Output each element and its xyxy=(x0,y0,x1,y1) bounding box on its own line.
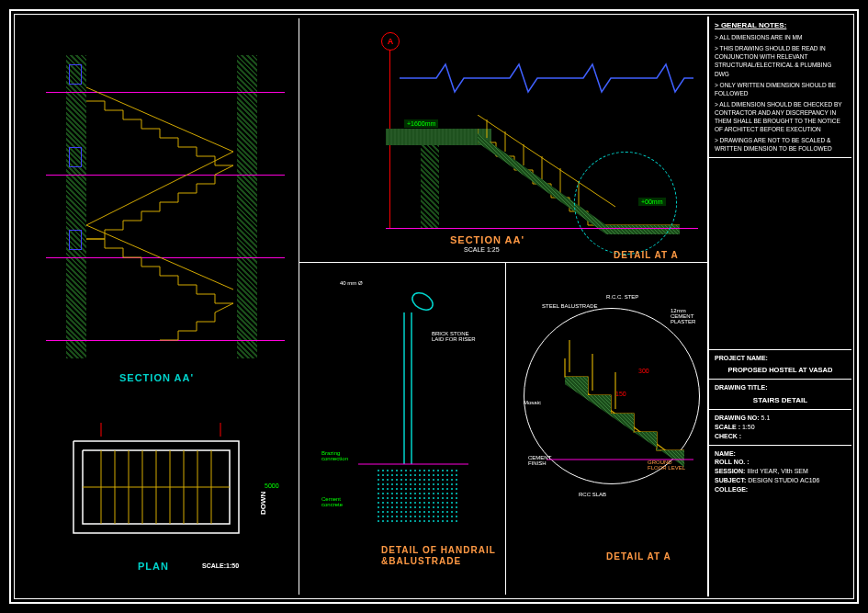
handrail-detail: 40 mm Ø BRICK STONE LAID FOR RISER Brazi… xyxy=(312,276,496,588)
roll-label: ROLL NO. : xyxy=(715,458,846,467)
name-label: NAME: xyxy=(715,449,846,459)
anno-brick: BRICK STONE LAID FOR RISER xyxy=(432,331,478,342)
svg-line-2 xyxy=(86,225,233,289)
section-aa-single: A +1600mm +00mm SECTION AA' SCALE 1:25 D… xyxy=(312,28,698,257)
note-item: > ONLY WRITTEN DIMENSION SHOULD BE FOLLO… xyxy=(715,81,846,97)
detail-a-callout: DETAIL AT A xyxy=(614,250,679,260)
dim-tread: 300 xyxy=(638,368,649,374)
college-label: COLLEGE: xyxy=(715,485,846,494)
note-item: > DRAWINGS ARE NOT TO BE SCALED & WRITTE… xyxy=(715,136,846,153)
tb-project: PROJECT NAME: PROPOSED HOSTEL AT VASAD xyxy=(709,350,851,380)
svg-point-24 xyxy=(410,289,436,313)
notes-header: > GENERAL NOTES: xyxy=(715,20,846,30)
project-name: PROPOSED HOSTEL AT VASAD xyxy=(715,366,846,376)
handrail-caption: DETAIL OF HANDRAIL &BALUSTRADE xyxy=(381,545,496,567)
anno-finish: CEMENT FINISH xyxy=(528,455,565,466)
vertical-divider-2 xyxy=(505,262,506,595)
grid-bubble-a: A xyxy=(381,32,400,51)
tb-student-info: NAME: ROLL NO. : SESSION: IIIrd YEAR, VI… xyxy=(709,446,851,498)
dwg-no-label: DRAWING NO: xyxy=(715,414,760,421)
drawing-sheet: > GENERAL NOTES: > ALL DIMENSIONS ARE IN… xyxy=(0,0,868,613)
general-notes: > GENERAL NOTES: > ALL DIMENSIONS ARE IN… xyxy=(709,17,851,158)
window-icon xyxy=(69,64,82,85)
wall-left xyxy=(66,55,86,358)
note-item: > ALL DIMENSIONS ARE IN MM xyxy=(715,33,846,41)
dwg-no: 5.1 xyxy=(761,414,771,421)
stair-plan: DOWN 5000 PLAN SCALE:1:50 xyxy=(55,423,276,579)
subject-value: DESIGN STUDIO AC106 xyxy=(748,477,819,483)
detail-at-a: STEEL BALUSTRADE R.C.C. STEP 12mm CEMENT… xyxy=(519,276,703,588)
svg-line-0 xyxy=(86,87,233,152)
anno-brazing: Brazing connection xyxy=(321,450,358,461)
support-wall xyxy=(421,145,439,228)
section-aa-caption: SECTION AA' xyxy=(119,372,194,383)
detail-a-caption: DETAIL AT A xyxy=(606,551,671,562)
wall-right xyxy=(237,55,257,358)
subject-label: SUBJECT: xyxy=(715,477,746,483)
anno-mosaic: Mosaic xyxy=(524,400,541,405)
svg-rect-27 xyxy=(377,469,459,524)
drawing-area: SECTION AA' DOWN 5000 PLAN SCALE:1:50 A … xyxy=(18,18,707,595)
tb-spacer xyxy=(709,158,851,350)
session-label: SESSION: xyxy=(715,468,745,474)
note-item: > ALL DIMENSION SHOULD BE CHECKED BY CON… xyxy=(715,100,846,133)
plan-caption: PLAN xyxy=(138,561,169,572)
drawing-title-label: DRAWING TITLE: xyxy=(715,383,846,392)
anno-dia: 40 mm Ø xyxy=(340,280,363,286)
tb-dwg-info: DRAWING NO: 5.1 SCALE : 1:50 CHECK : xyxy=(709,410,851,445)
down-label: DOWN xyxy=(259,492,267,515)
check-label: CHECK : xyxy=(715,433,741,439)
horizontal-divider xyxy=(299,262,707,263)
plan-outline-icon xyxy=(55,423,276,561)
stair-flights-icon xyxy=(86,83,237,358)
plan-scale: SCALE:1:50 xyxy=(202,562,239,569)
scale-value: 1:50 xyxy=(742,424,755,430)
project-label: PROJECT NAME: xyxy=(715,354,846,363)
anno-ground: GROUND FLOOR LEVEL xyxy=(648,460,689,471)
section-aa-top-caption: SECTION AA' xyxy=(450,234,524,245)
title-block: > GENERAL NOTES: > ALL DIMENSIONS ARE IN… xyxy=(707,17,851,596)
detail-callout-circle xyxy=(574,152,677,255)
level-1600: +1600mm xyxy=(404,119,438,128)
section-scale: SCALE 1:25 xyxy=(464,246,500,253)
anno-rcc-step: R.C.C. STEP xyxy=(606,294,638,300)
dim-riser: 150 xyxy=(615,391,626,397)
scale-label: SCALE : xyxy=(715,424,740,430)
dim-plan-w: 5000 xyxy=(265,482,279,489)
anno-plaster: 12mm CEMENT PLASTER xyxy=(671,308,698,324)
handrail-icon xyxy=(358,285,468,542)
svg-line-1 xyxy=(86,152,233,225)
window-icon xyxy=(69,147,82,167)
session-value: IIIrd YEAR, VIth SEM xyxy=(747,468,807,474)
note-item: > THIS DRAWING SHOULD BE READ IN CONJUNC… xyxy=(715,44,846,77)
landing-slab xyxy=(386,129,491,145)
break-line-icon xyxy=(400,55,693,101)
anno-balustrade: STEEL BALUSTRADE xyxy=(542,303,597,309)
anno-rcc: RCC SLAB xyxy=(579,492,615,497)
tb-drawing-title: DRAWING TITLE: STAIRS DETAIL xyxy=(709,380,851,410)
window-icon xyxy=(69,230,82,250)
anno-concrete: Cement concrete xyxy=(321,496,358,507)
vertical-divider xyxy=(299,18,299,595)
drawing-title: STAIRS DETAIL xyxy=(715,395,846,405)
